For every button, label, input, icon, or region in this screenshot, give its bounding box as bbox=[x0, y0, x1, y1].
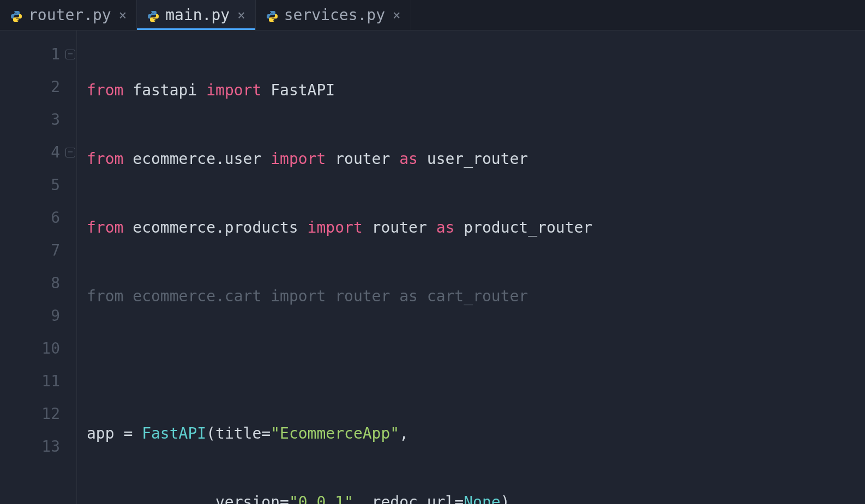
line-number: 2 bbox=[0, 71, 76, 104]
line-number: 7 bbox=[0, 234, 76, 267]
line-number: 8 bbox=[0, 267, 76, 300]
fold-icon[interactable]: − bbox=[65, 50, 75, 59]
code-line-4: from ecommerce.cart import router as car… bbox=[87, 280, 865, 313]
python-icon bbox=[147, 9, 160, 22]
line-number: 4− bbox=[0, 136, 76, 169]
code-line-3: from ecommerce.products import router as… bbox=[87, 211, 865, 244]
tab-label: router.py bbox=[28, 6, 111, 24]
line-number: 11 bbox=[0, 365, 76, 398]
tab-bar: router.py × main.py × services.py × bbox=[0, 0, 865, 31]
close-icon[interactable]: × bbox=[391, 8, 403, 23]
tab-router-py[interactable]: router.py × bbox=[0, 0, 137, 30]
code-line-7: version="0.0.1", redoc_url=None) bbox=[87, 486, 865, 504]
python-icon bbox=[266, 9, 279, 22]
line-number: 3 bbox=[0, 104, 76, 136]
tab-label: services.py bbox=[284, 6, 385, 24]
code-line-2: from ecommerce.user import router as use… bbox=[87, 143, 865, 175]
line-number: 1− bbox=[0, 38, 76, 71]
line-number: 6 bbox=[0, 202, 76, 234]
code-line-5 bbox=[87, 349, 865, 381]
fold-icon[interactable]: − bbox=[65, 148, 75, 157]
code-area[interactable]: from fastapi import FastAPI from ecommer… bbox=[76, 31, 865, 504]
line-number: 5 bbox=[0, 169, 76, 202]
close-icon[interactable]: × bbox=[117, 8, 129, 23]
line-number: 12 bbox=[0, 398, 76, 430]
close-icon[interactable]: × bbox=[235, 8, 247, 23]
tab-main-py[interactable]: main.py × bbox=[137, 0, 255, 30]
line-number: 9 bbox=[0, 300, 76, 332]
line-gutter: 1− 2 3 4− 5 6 7 8 9 10 11 12 13 bbox=[0, 31, 76, 504]
tab-label: main.py bbox=[165, 6, 230, 24]
line-number: 10 bbox=[0, 332, 76, 365]
line-number: 13 bbox=[0, 430, 76, 463]
code-line-6: app = FastAPI(title="EcommerceApp", bbox=[87, 417, 865, 450]
editor[interactable]: 1− 2 3 4− 5 6 7 8 9 10 11 12 13 from fas… bbox=[0, 31, 865, 504]
code-line-1: from fastapi import FastAPI bbox=[87, 74, 865, 107]
python-icon bbox=[10, 9, 23, 22]
tab-services-py[interactable]: services.py × bbox=[256, 0, 411, 30]
